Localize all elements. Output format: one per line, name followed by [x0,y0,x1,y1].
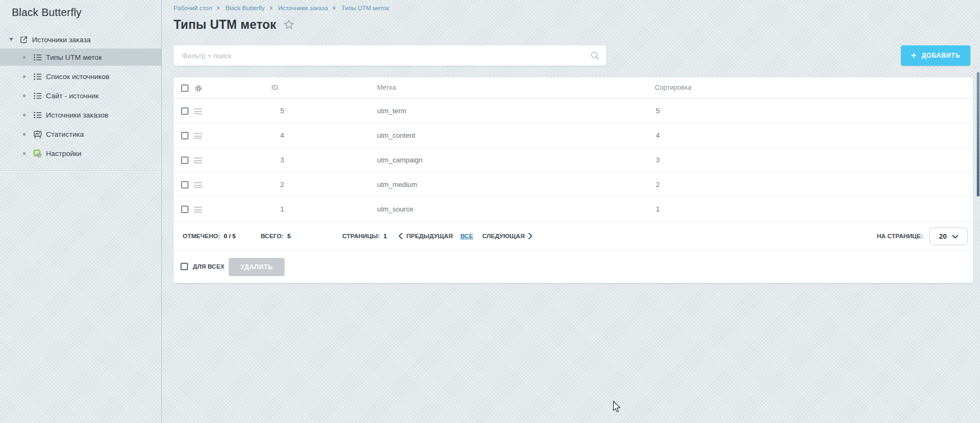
app-title: Black Butterfly [12,6,82,19]
add-button-label: ДОБАВИТЬ [921,52,960,59]
cell-sort: 4 [656,123,660,147]
select-all-checkbox[interactable] [181,84,189,92]
cell-label: utm_content [377,123,415,147]
cell-label: utm_source [377,197,413,221]
bullet-icon [23,133,26,136]
row-checkbox[interactable] [181,107,189,115]
table-card: ID Метка Сортировка 5 utm_term 5 4 utm_c… [174,77,973,283]
row-checkbox[interactable] [181,156,189,164]
all-pages-link-wrap: ВСЕ [460,222,473,250]
per-page-value: 20 [939,232,946,240]
pages-counter: СТРАНИЦЫ: 1 [342,222,387,250]
external-link-icon [19,35,28,44]
cell-label: utm_term [377,99,406,123]
sidebar-item[interactable]: Типы UTM меток [0,49,161,66]
table-row[interactable]: 2 utm_medium 2 [174,173,973,197]
chevron-down-icon [952,232,958,240]
row-checkbox[interactable] [181,206,189,213]
table-header: ID Метка Сортировка [174,77,973,99]
cell-id: 2 [259,173,284,197]
breadcrumb-link[interactable]: Рабочий стол [174,5,212,11]
column-header-label[interactable]: Метка [377,77,396,98]
bullet-icon [23,75,26,78]
sidebar-item[interactable]: Сайт - источник [0,87,161,104]
sidebar-item-label: Сайт - источник [46,92,99,100]
table-row[interactable]: 4 utm_content 4 [174,123,973,148]
cell-sort: 5 [656,99,660,123]
breadcrumb-link[interactable]: Black Butterfly [225,5,265,11]
add-button[interactable]: + ДОБАВИТЬ [901,45,970,66]
cell-id: 3 [259,148,284,172]
sidebar-section-order-sources[interactable]: Источники заказа [0,33,161,46]
delete-button[interactable]: УДАЛИТЬ [229,258,285,276]
per-page-select[interactable]: 20 [929,228,968,245]
for-all-checkbox[interactable] [181,263,188,270]
bullet-icon [23,95,26,97]
sidebar-item[interactable]: Настройки [0,145,161,162]
sidebar-divider [0,170,161,171]
drag-handle-icon[interactable] [194,108,202,116]
column-header-sort[interactable]: Сортировка [655,77,692,98]
sidebar-item-label: Список источников [46,73,109,81]
row-checkbox[interactable] [181,181,189,189]
favorite-star-icon[interactable] [284,19,294,32]
cell-sort: 3 [656,148,660,172]
total-value: 5 [287,233,291,239]
chevron-left-icon [398,233,403,239]
breadcrumb-link[interactable]: Источники заказа [278,5,328,11]
breadcrumb: Рабочий стол Black Butterfly Источники з… [174,5,389,11]
table-footer: ОТМЕЧЕНО: 0 / 5 ВСЕГО: 5 СТРАНИЦЫ: 1 ПРЕ… [174,222,973,251]
checked-counter: ОТМЕЧЕНО: 0 / 5 [183,222,236,250]
for-all-label: ДЛЯ ВСЕХ [193,251,224,282]
checked-label: ОТМЕЧЕНО: [183,233,220,239]
checked-value: 0 / 5 [224,233,236,239]
bulk-actions-bar: ДЛЯ ВСЕХ УДАЛИТЬ [174,251,973,283]
prev-page-link[interactable]: ПРЕДЫДУЩАЯ [398,222,453,250]
column-settings-gear-icon[interactable] [194,84,202,95]
filter-search-input[interactable] [174,45,606,66]
table-row[interactable]: 5 utm_term 5 [174,99,973,123]
cell-id: 4 [259,123,284,147]
drag-handle-icon[interactable] [194,207,202,214]
prev-page-label: ПРЕДЫДУЩАЯ [406,233,453,239]
column-header-id[interactable]: ID [271,77,278,98]
cell-id: 5 [259,99,284,123]
sidebar-item-label: Настройки [46,150,81,158]
sidebar-menu: Типы UTM меток [0,49,161,164]
bullet-icon [23,152,26,155]
breadcrumb-separator-icon [270,6,273,10]
search-icon[interactable] [591,51,599,62]
list-icon [33,53,42,62]
pages-label: СТРАНИЦЫ: [342,233,380,239]
cell-sort: 2 [656,173,660,197]
sidebar-section-label: Источники заказа [32,36,91,44]
vertical-scrollbar-thumb[interactable] [977,72,979,197]
sidebar-item[interactable]: Источники заказов [0,106,161,123]
bullet-icon [23,114,26,116]
row-checkbox[interactable] [181,132,189,139]
table-row[interactable]: 3 utm_campaign 3 [174,148,973,173]
page-title: Типы UTM меток [174,18,276,32]
list-icon [33,72,42,81]
drag-handle-icon[interactable] [194,133,202,140]
plus-icon: + [911,51,917,60]
mouse-cursor [613,401,621,416]
chevron-right-icon [528,233,532,239]
drag-handle-icon[interactable] [194,158,202,165]
table-row[interactable]: 1 utm_source 1 [174,197,973,222]
sidebar-item[interactable]: Список источников [0,68,161,85]
all-pages-link[interactable]: ВСЕ [460,233,473,239]
filter-search [174,45,606,66]
next-page-label: СЛЕДУЮЩАЯ [482,233,524,239]
sidebar-item[interactable]: Статистика [0,126,161,143]
breadcrumb-link[interactable]: Типы UTM меток [341,5,389,11]
expander-triangle-icon[interactable] [9,38,13,41]
cell-label: utm_medium [377,173,417,197]
drag-handle-icon[interactable] [194,182,202,190]
total-counter: ВСЕГО: 5 [261,222,291,250]
next-page-link[interactable]: СЛЕДУЮЩАЯ [482,222,532,250]
cell-sort: 1 [656,197,660,221]
breadcrumb-separator-icon [333,6,336,10]
list-icon [33,91,42,100]
bullet-icon [23,56,26,59]
